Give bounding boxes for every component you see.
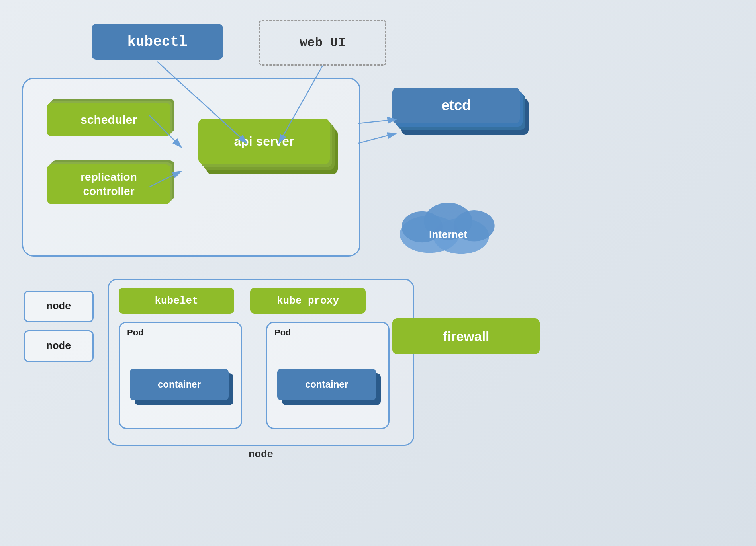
master-container: scheduler replicationcontroller api serv… xyxy=(22,78,360,257)
firewall-label: firewall xyxy=(443,329,489,344)
kubeproxy-box: kube proxy xyxy=(250,288,366,314)
worker-container: kubelet kube proxy Pod container Pod con… xyxy=(108,279,414,446)
pod-container-2: Pod container xyxy=(266,322,390,429)
pod2-label: Pod xyxy=(274,328,291,338)
kubeproxy-label: kube proxy xyxy=(277,295,339,307)
apiserver-front: api server xyxy=(198,119,330,164)
node-box-2: node xyxy=(24,330,94,362)
kubelet-box: kubelet xyxy=(119,288,234,314)
kubectl-box: kubectl xyxy=(92,24,223,60)
container2-label: container xyxy=(305,379,348,390)
webui-label: web UI xyxy=(300,35,345,50)
svg-line-12 xyxy=(358,133,396,143)
container-stack-1: container xyxy=(130,369,233,408)
pod-container-1: Pod container xyxy=(119,322,242,429)
diagram-area: kubectl web UI scheduler replicationcont… xyxy=(0,0,756,546)
apiserver-stack: api server xyxy=(198,119,334,198)
kubelet-label: kubelet xyxy=(155,295,198,307)
node2-label: node xyxy=(46,340,71,352)
kubectl-label: kubectl xyxy=(127,34,187,50)
container-front-1: container xyxy=(130,369,229,400)
scheduler-front: scheduler xyxy=(47,103,170,136)
svg-text:Internet: Internet xyxy=(429,228,467,240)
container1-label: container xyxy=(158,379,201,390)
worker-node-label: node xyxy=(249,448,273,460)
apiserver-label: api server xyxy=(234,134,294,149)
replication-front: replicationcontroller xyxy=(47,164,170,204)
container-front-2: container xyxy=(277,369,376,400)
etcd-stack: etcd xyxy=(392,88,524,139)
etcd-front: etcd xyxy=(392,88,520,123)
scheduler-label: scheduler xyxy=(80,113,137,127)
internet-cloud: Internet xyxy=(392,199,504,259)
replication-stack: replicationcontroller xyxy=(47,164,174,208)
node-box-1: node xyxy=(24,291,94,322)
cloud-shape: Internet xyxy=(392,199,504,255)
node1-label: node xyxy=(46,300,71,312)
cloud-svg: Internet xyxy=(392,199,504,255)
replication-label: replicationcontroller xyxy=(80,170,137,199)
pod1-label: Pod xyxy=(127,328,144,338)
webui-box: web UI xyxy=(259,20,386,66)
etcd-label: etcd xyxy=(441,97,471,114)
svg-line-11 xyxy=(358,119,396,123)
scheduler-stack: scheduler xyxy=(47,103,174,140)
container-stack-2: container xyxy=(277,369,381,408)
firewall-box: firewall xyxy=(392,318,540,354)
